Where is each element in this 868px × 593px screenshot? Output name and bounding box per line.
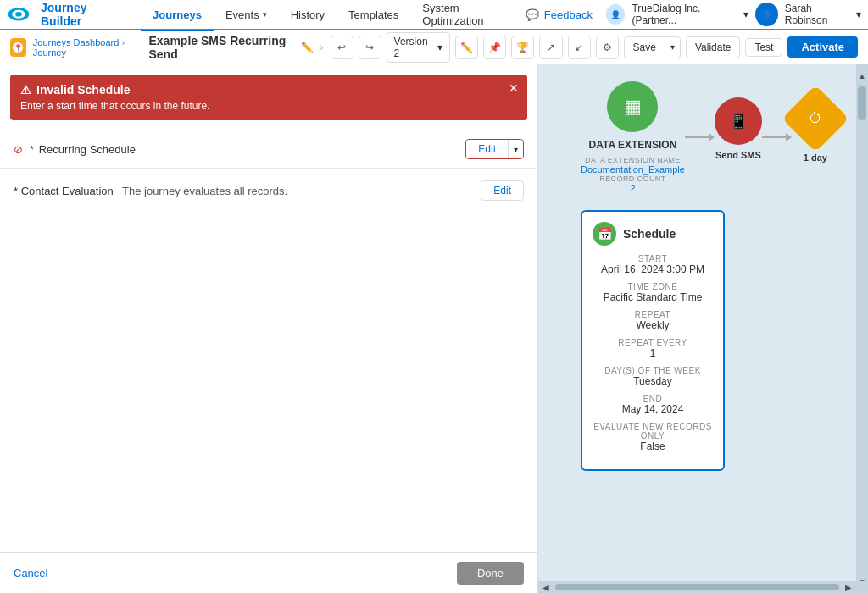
scroll-thumb-horizontal[interactable] — [555, 584, 839, 590]
breadcrumb-links: Journeys Dashboard › Journey — [33, 37, 142, 58]
version-chevron-icon: ▾ — [437, 42, 442, 53]
scroll-up-button[interactable]: ▲ — [853, 68, 868, 83]
contact-evaluation-row: * Contact Evaluation The journey evaluat… — [0, 169, 537, 213]
app-title: Journey Builder — [41, 1, 127, 28]
recurring-schedule-edit-button[interactable]: Edit — [466, 140, 509, 158]
recurring-schedule-dropdown-button[interactable]: ▾ — [509, 140, 523, 158]
journeys-dashboard-link[interactable]: Journeys Dashboard — [33, 37, 120, 47]
canvas-area: ▦ DATA EXTENSION DATA EXTENSION NAME Doc… — [538, 64, 868, 593]
pencil-toolbar-icon[interactable]: ✏️ — [455, 36, 478, 59]
events-chevron-icon: ▾ — [263, 10, 267, 19]
schedule-eval-field: EVALUATE NEW RECORDS ONLY False — [593, 422, 713, 452]
nav-item-system-optimization[interactable]: System Optimization — [410, 0, 518, 31]
schedule-end-field: END May 14, 2024 — [593, 394, 713, 415]
cancel-button[interactable]: Cancel — [14, 567, 47, 579]
nav-item-history[interactable]: History — [279, 0, 337, 31]
contact-evaluation-edit-button[interactable]: Edit — [481, 180, 524, 201]
required-asterisk: * — [30, 143, 34, 156]
scroll-thumb-vertical[interactable] — [858, 86, 866, 120]
org-chevron-icon: ▾ — [743, 8, 748, 20]
scroll-corner — [856, 581, 868, 593]
breadcrumb-icon: 📍 — [10, 38, 26, 57]
send-sms-label: Send SMS — [715, 150, 761, 160]
nav-items: Journeys Events ▾ History Templates Syst… — [141, 0, 519, 30]
alert-close-button[interactable]: ✕ — [509, 81, 519, 95]
invalid-schedule-alert: ⚠ Invalid Schedule Enter a start time th… — [10, 75, 527, 120]
edit-title-icon[interactable]: ✏️ — [301, 42, 314, 53]
wait-day-label: 1 day — [804, 152, 827, 163]
scroll-right-button[interactable]: ▶ — [841, 581, 856, 593]
schedule-timezone-field: TIME ZONE Pacific Standard Time — [593, 282, 713, 303]
activate-button[interactable]: Activate — [787, 36, 858, 58]
save-button[interactable]: Save — [624, 36, 665, 58]
exit-icon[interactable]: ↗ — [539, 36, 562, 59]
data-extension-node[interactable]: ▦ DATA EXTENSION DATA EXTENSION NAME Doc… — [581, 81, 685, 193]
svg-text:📍: 📍 — [14, 43, 24, 53]
schedule-repeat-field: REPEAT Weekly — [593, 310, 713, 331]
contact-evaluation-label: * Contact Evaluation — [14, 185, 115, 197]
feedback-icon: 💬 — [526, 8, 539, 21]
schedule-repeat-every-field: REPEAT EVERY 1 — [593, 338, 713, 359]
page-title: Example SMS Recurring Send — [148, 34, 293, 61]
nav-item-journeys[interactable]: Journeys — [141, 0, 214, 31]
connector-1 — [685, 133, 715, 141]
de-name-value[interactable]: Documentation_Example — [581, 164, 685, 175]
alert-message: Enter a start time that occurs in the fu… — [20, 100, 517, 112]
user-chevron-icon: ▾ — [856, 8, 861, 20]
wait-day-icon: ⏱ — [782, 85, 849, 152]
validate-button[interactable]: Validate — [686, 36, 740, 58]
user-info[interactable]: Sarah Robinson ▾ — [785, 3, 861, 26]
recurring-schedule-edit-group: Edit ▾ — [465, 139, 524, 159]
breadcrumb-bar: 📍 Journeys Dashboard › Journey Example S… — [0, 30, 868, 64]
schedule-card-header: 📅 Schedule — [593, 222, 713, 246]
canvas-scroll[interactable]: ▦ DATA EXTENSION DATA EXTENSION NAME Doc… — [538, 64, 868, 593]
data-extension-title: DATA EXTENSION — [589, 139, 677, 151]
feedback-avatar: 👤 — [606, 4, 626, 25]
wait-day-node[interactable]: ⏱ 1 day — [792, 95, 839, 163]
feedback-button[interactable]: 💬 Feedback — [519, 5, 599, 25]
app-logo[interactable] — [7, 6, 31, 23]
schedule-card-icon: 📅 — [593, 222, 616, 246]
top-navigation: Journey Builder Journeys Events ▾ Histor… — [0, 0, 868, 30]
data-extension-icon: ▦ — [607, 81, 658, 132]
de-record-count-value[interactable]: 2 — [630, 183, 635, 193]
left-panel: ✕ ⚠ Invalid Schedule Enter a start time … — [0, 64, 538, 593]
redo-button[interactable]: ↪ — [359, 36, 381, 59]
schedule-start-field: START April 16, 2024 3:00 PM — [593, 254, 713, 275]
contact-required-asterisk: * — [14, 185, 21, 197]
version-selector[interactable]: Version 2 ▾ — [387, 32, 451, 63]
schedule-days-field: DAY(S) OF THE WEEK Tuesday — [593, 366, 713, 387]
horizontal-scrollbar[interactable]: ◀ ▶ — [538, 581, 856, 593]
journey-link[interactable]: Journey — [33, 47, 66, 58]
de-record-count-label: RECORD COUNT — [599, 175, 665, 183]
contact-evaluation-value: The journey evaluates all records. — [122, 185, 474, 197]
svg-point-2 — [15, 12, 22, 17]
entry-icon[interactable]: ↙ — [568, 36, 591, 59]
trophy-icon[interactable]: 🏆 — [511, 36, 534, 59]
done-button[interactable]: Done — [457, 562, 524, 585]
schedule-card-wrap: 📅 Schedule START April 16, 2024 3:00 PM … — [581, 210, 860, 471]
save-dropdown-button[interactable]: ▾ — [665, 36, 681, 58]
recurring-schedule-label: * Recurring Schedule — [30, 143, 459, 156]
user-avatar[interactable]: 👤 — [755, 3, 777, 26]
required-error-icon: ⊘ — [14, 143, 23, 156]
connector-2 — [762, 133, 792, 141]
org-selector[interactable]: TrueDialog Inc. (Partner... ▾ — [632, 3, 748, 26]
nav-item-events[interactable]: Events ▾ — [214, 0, 279, 31]
de-name-label: DATA EXTENSION NAME — [585, 156, 681, 164]
undo-button[interactable]: ↩ — [331, 36, 353, 59]
test-button[interactable]: Test — [745, 38, 782, 57]
main-layout: ✕ ⚠ Invalid Schedule Enter a start time … — [0, 64, 868, 593]
schedule-card[interactable]: 📅 Schedule START April 16, 2024 3:00 PM … — [581, 210, 725, 471]
send-sms-node[interactable]: 📱 Send SMS — [715, 97, 762, 160]
schedule-card-title: Schedule — [623, 227, 676, 241]
scroll-left-button[interactable]: ◀ — [538, 581, 554, 593]
alert-title: ⚠ Invalid Schedule — [20, 83, 517, 97]
top-nav-right: 💬 Feedback 👤 TrueDialog Inc. (Partner...… — [519, 3, 861, 26]
breadcrumb-chevron-icon: › — [320, 42, 324, 53]
vertical-scrollbar[interactable]: ▲ ▼ — [856, 64, 868, 593]
nav-item-templates[interactable]: Templates — [337, 0, 410, 31]
pin-icon[interactable]: 📌 — [483, 36, 506, 59]
settings-icon[interactable]: ⚙ — [596, 36, 619, 59]
recurring-schedule-row: ⊘ * Recurring Schedule Edit ▾ — [0, 130, 537, 169]
